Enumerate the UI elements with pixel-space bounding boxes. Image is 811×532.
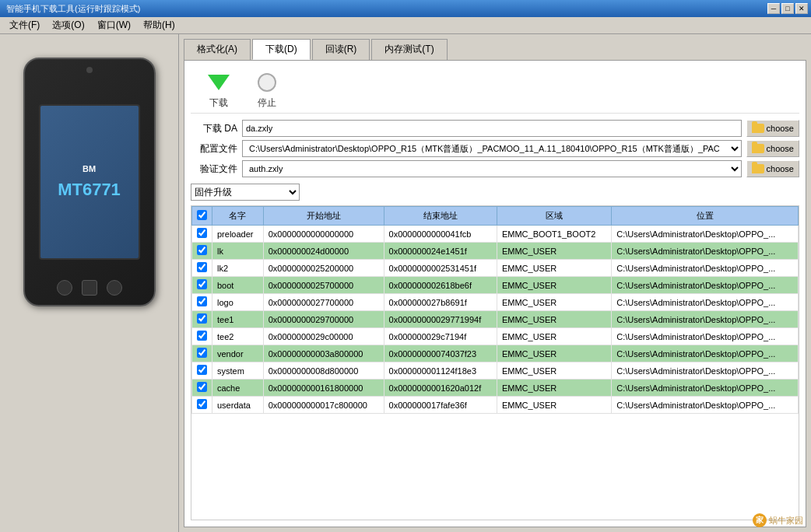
- row-checkbox[interactable]: [197, 296, 207, 306]
- table-row: tee2 0x0000000029c00000 0x000000029c7194…: [192, 328, 799, 345]
- verify-row: 验证文件 auth.zxly choose: [191, 160, 799, 177]
- download-icon: [206, 70, 231, 95]
- menu-help[interactable]: 帮助(H): [137, 17, 181, 33]
- row-start-addr: 0x0000000029700000: [263, 311, 384, 328]
- row-name: vendor: [212, 345, 264, 362]
- main-layout: BM MT6771 格式化(A) 下载(D) 回读(R) 内存测试(T): [0, 34, 811, 532]
- menu-window[interactable]: 窗口(W): [91, 17, 137, 33]
- row-start-addr: 0x000000000017c800000: [263, 397, 384, 414]
- table-row: userdata 0x000000000017c800000 0x0000000…: [192, 397, 799, 414]
- row-checkbox-cell[interactable]: [192, 294, 212, 311]
- row-checkbox[interactable]: [197, 382, 207, 392]
- row-start-addr: 0x0000000025700000: [263, 277, 384, 294]
- da-choose-label: choose: [767, 124, 794, 133]
- row-checkbox-cell[interactable]: [192, 380, 212, 397]
- row-location: C:\Users\Administrator\Desktop\OPPO_...: [612, 362, 799, 380]
- verify-label: 验证文件: [191, 163, 237, 176]
- row-location: C:\Users\Administrator\Desktop\OPPO_...: [612, 277, 799, 294]
- config-label: 配置文件: [191, 142, 237, 156]
- row-region: EMMC_USER: [497, 294, 611, 311]
- row-checkbox-cell[interactable]: [192, 397, 212, 414]
- da-input[interactable]: [242, 120, 742, 137]
- da-label: 下载 DA: [191, 122, 237, 135]
- row-checkbox[interactable]: [197, 348, 207, 358]
- tab-memtest[interactable]: 内存测试(T): [371, 39, 447, 60]
- tab-format[interactable]: 格式化(A): [184, 39, 251, 60]
- row-name: preloader: [212, 226, 264, 243]
- table-row: preloader 0x0000000000000000 0x000000000…: [192, 226, 799, 243]
- tab-readback[interactable]: 回读(R): [312, 39, 370, 60]
- row-start-addr: 0x000000024d00000: [263, 243, 384, 260]
- phone-menu-btn: [107, 280, 122, 296]
- row-end-addr: 0x00000000029771994f: [384, 311, 497, 328]
- row-end-addr: 0x000000024e1451f: [384, 243, 497, 260]
- folder-icon: [752, 124, 764, 133]
- firmware-table[interactable]: 名字 开始地址 结束地址 区域 位置 preloader 0x000000000…: [191, 205, 799, 520]
- row-checkbox-cell[interactable]: [192, 311, 212, 328]
- row-checkbox[interactable]: [197, 228, 207, 238]
- toolbar: 下载 停止: [191, 67, 799, 114]
- menu-file[interactable]: 文件(F): [3, 17, 46, 33]
- row-region: EMMC_USER: [497, 345, 611, 362]
- download-label: 下载: [209, 96, 228, 110]
- table-row: system 0x0000000008d800000 0x00000000112…: [192, 362, 799, 380]
- row-checkbox-cell[interactable]: [192, 362, 212, 380]
- row-location: C:\Users\Administrator\Desktop\OPPO_...: [612, 328, 799, 345]
- form-section: 下载 DA choose 配置文件 C:\Users\Administrator…: [191, 120, 799, 177]
- stop-icon: [255, 70, 279, 95]
- maximize-button[interactable]: □: [781, 3, 794, 14]
- phone-buttons: [57, 280, 122, 296]
- menu-options[interactable]: 选项(O): [46, 17, 90, 33]
- row-checkbox[interactable]: [197, 262, 207, 272]
- row-location: C:\Users\Administrator\Desktop\OPPO_...: [612, 311, 799, 328]
- stop-button[interactable]: 停止: [255, 70, 279, 110]
- select-all-checkbox[interactable]: [197, 210, 207, 220]
- row-checkbox[interactable]: [197, 245, 207, 255]
- table-row: vendor 0x00000000003a800000 0x0000000007…: [192, 345, 799, 362]
- close-button[interactable]: ✕: [795, 3, 808, 14]
- minimize-button[interactable]: ─: [767, 3, 780, 14]
- row-start-addr: 0x000000000161800000: [263, 380, 384, 397]
- menu-bar: 文件(F) 选项(O) 窗口(W) 帮助(H): [0, 17, 811, 34]
- row-name: tee1: [212, 311, 264, 328]
- watermark-text: 蜗牛家园: [769, 515, 803, 527]
- phone-device: BM MT6771: [23, 58, 156, 306]
- firmware-select[interactable]: 固件升级: [191, 184, 300, 201]
- row-start-addr: 0x0000000027700000: [263, 294, 384, 311]
- row-name: tee2: [212, 328, 264, 345]
- row-location: C:\Users\Administrator\Desktop\OPPO_...: [612, 397, 799, 414]
- row-checkbox[interactable]: [197, 399, 207, 409]
- download-button[interactable]: 下载: [206, 70, 231, 110]
- col-start-addr: 开始地址: [263, 207, 384, 226]
- row-start-addr: 0x00000000003a800000: [263, 345, 384, 362]
- row-checkbox-cell[interactable]: [192, 260, 212, 277]
- row-checkbox[interactable]: [197, 313, 207, 324]
- col-name: 名字: [212, 207, 264, 226]
- row-checkbox-cell[interactable]: [192, 243, 212, 260]
- tab-bar: 格式化(A) 下载(D) 回读(R) 内存测试(T): [184, 39, 806, 60]
- row-end-addr: 0x000000027b8691f: [384, 294, 497, 311]
- phone-back-btn: [57, 280, 72, 296]
- row-name: boot: [212, 277, 264, 294]
- row-location: C:\Users\Administrator\Desktop\OPPO_...: [612, 380, 799, 397]
- stop-label: 停止: [258, 96, 276, 110]
- tab-download[interactable]: 下载(D): [252, 39, 311, 60]
- verify-choose-button[interactable]: choose: [746, 160, 799, 177]
- row-checkbox-cell[interactable]: [192, 345, 212, 362]
- row-checkbox[interactable]: [197, 279, 207, 289]
- row-location: C:\Users\Administrator\Desktop\OPPO_...: [612, 226, 799, 243]
- row-checkbox[interactable]: [197, 365, 207, 375]
- table-row: lk 0x000000024d00000 0x000000024e1451f E…: [192, 243, 799, 260]
- firmware-data-table: 名字 开始地址 结束地址 区域 位置 preloader 0x000000000…: [191, 206, 799, 414]
- config-select[interactable]: C:\Users\Administrator\Desktop\OPPO_R15（…: [242, 140, 742, 157]
- verify-select[interactable]: auth.zxly: [242, 160, 742, 177]
- da-choose-button[interactable]: choose: [746, 120, 799, 137]
- config-choose-button[interactable]: choose: [746, 140, 799, 157]
- row-checkbox[interactable]: [197, 331, 207, 341]
- col-check: [192, 207, 212, 226]
- row-checkbox-cell[interactable]: [192, 226, 212, 243]
- row-name: lk2: [212, 260, 264, 277]
- row-location: C:\Users\Administrator\Desktop\OPPO_...: [612, 243, 799, 260]
- row-checkbox-cell[interactable]: [192, 328, 212, 345]
- row-checkbox-cell[interactable]: [192, 277, 212, 294]
